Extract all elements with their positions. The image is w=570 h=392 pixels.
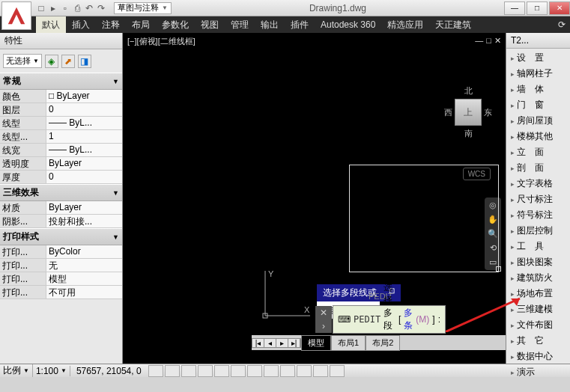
tangent-item[interactable]: 数据中心 bbox=[506, 349, 570, 364]
tangent-item[interactable]: 设 置 bbox=[506, 50, 570, 66]
status-btn[interactable] bbox=[330, 365, 345, 377]
ribbon-tab-manage[interactable]: 管理 bbox=[225, 16, 255, 34]
save-icon[interactable]: ▫ bbox=[60, 3, 70, 13]
prop-row[interactable]: 厚度0 bbox=[0, 171, 122, 184]
status-btn[interactable] bbox=[280, 365, 295, 377]
selection-grip[interactable] bbox=[496, 266, 501, 272]
tangent-item[interactable]: 墙 体 bbox=[506, 82, 570, 97]
viewcube-top[interactable]: 上 bbox=[455, 99, 482, 126]
ribbon-tab-tangent[interactable]: 天正建筑 bbox=[429, 16, 477, 34]
status-btn[interactable] bbox=[148, 365, 163, 377]
maximize-button[interactable]: □ bbox=[527, 1, 548, 15]
ribbon-tab-view[interactable]: 视图 bbox=[195, 16, 225, 34]
layout-tab-model[interactable]: 模型 bbox=[301, 335, 331, 351]
select-objects-icon[interactable]: ◨ bbox=[78, 55, 91, 68]
layout-tab-1[interactable]: 布局1 bbox=[331, 335, 366, 351]
tangent-item[interactable]: 尺寸标注 bbox=[506, 192, 570, 207]
prop-row[interactable]: 打印...不可用 bbox=[0, 286, 122, 299]
layout-nav[interactable]: |◂◂▸▸| bbox=[252, 338, 301, 348]
selection-combo[interactable]: 无选择 bbox=[3, 54, 42, 68]
prop-section[interactable]: 常规 bbox=[0, 73, 122, 90]
pickadd-icon[interactable]: ⬈ bbox=[61, 55, 75, 68]
prop-row[interactable]: 材质ByLayer bbox=[0, 201, 122, 215]
status-btn[interactable] bbox=[198, 365, 213, 377]
ribbon-tab-featured[interactable]: 精选应用 bbox=[381, 16, 429, 34]
minimize-button[interactable]: — bbox=[504, 1, 525, 15]
tangent-item[interactable]: 门 窗 bbox=[506, 97, 570, 113]
view-cube[interactable]: 北 西 上 东 南 bbox=[444, 85, 492, 139]
tangent-item[interactable]: 建筑防火 bbox=[506, 270, 570, 286]
ribbon-tab-parametric[interactable]: 参数化 bbox=[156, 16, 195, 34]
tangent-item[interactable]: 立 面 bbox=[506, 144, 570, 160]
ribbon-tab-plugins[interactable]: 插件 bbox=[285, 16, 315, 34]
ucs-icon[interactable]: X Y bbox=[258, 263, 318, 323]
open-icon[interactable]: ▸ bbox=[48, 3, 58, 13]
prop-row[interactable]: 打印...无 bbox=[0, 259, 122, 272]
prop-section[interactable]: 三维效果 bbox=[0, 184, 122, 201]
status-btn[interactable] bbox=[214, 365, 229, 377]
close-button[interactable]: ✕ bbox=[549, 1, 570, 15]
prop-value[interactable]: ByLayer bbox=[46, 157, 122, 170]
cmdline-close-icon[interactable]: ✕ bbox=[315, 306, 332, 319]
drawing-rectangle[interactable] bbox=[349, 165, 499, 272]
viewport-close-icon[interactable]: ✕ bbox=[494, 36, 501, 46]
prop-value[interactable]: 1 bbox=[46, 130, 122, 143]
prop-value[interactable]: —— ByL... bbox=[46, 144, 122, 156]
cmdline-option[interactable]: 多条 bbox=[404, 307, 413, 332]
prop-section[interactable]: 打印样式 bbox=[0, 228, 122, 245]
tangent-item[interactable]: 图层控制 bbox=[506, 223, 570, 239]
undo-icon[interactable]: ↶ bbox=[84, 3, 94, 13]
app-logo[interactable] bbox=[1, 1, 31, 30]
tangent-item[interactable]: 房间屋顶 bbox=[506, 113, 570, 129]
tangent-item[interactable]: 其 它 bbox=[506, 333, 570, 349]
prop-row[interactable]: 线型—— ByL... bbox=[0, 117, 122, 130]
workspace-combo[interactable]: 草图与注释 bbox=[114, 2, 172, 14]
viewcube-west[interactable]: 西 bbox=[444, 107, 452, 118]
prop-value[interactable]: 模型 bbox=[46, 272, 122, 285]
prop-row[interactable]: 阴影...投射和接... bbox=[0, 215, 122, 228]
status-btn[interactable] bbox=[181, 365, 196, 377]
tangent-item[interactable]: 工 具 bbox=[506, 239, 570, 254]
viewcube-east[interactable]: 东 bbox=[484, 107, 492, 118]
prop-row[interactable]: 图层0 bbox=[0, 103, 122, 117]
status-btn[interactable] bbox=[313, 365, 328, 377]
prop-row[interactable]: 打印...ByColor bbox=[0, 245, 122, 259]
viewport-label[interactable]: [−][俯视][二维线框] bbox=[127, 36, 195, 47]
tangent-item[interactable]: 楼梯其他 bbox=[506, 129, 570, 144]
prop-value[interactable]: 不可用 bbox=[46, 286, 122, 298]
prop-row[interactable]: 打印...模型 bbox=[0, 272, 122, 286]
ribbon-tab-a360[interactable]: Autodesk 360 bbox=[315, 17, 381, 32]
prop-value[interactable]: 无 bbox=[46, 259, 122, 272]
ribbon-tab-insert[interactable]: 插入 bbox=[66, 16, 96, 34]
prop-value[interactable]: ByColor bbox=[46, 245, 122, 258]
prop-row[interactable]: 线型...1 bbox=[0, 130, 122, 144]
viewcube-north[interactable]: 北 bbox=[444, 85, 492, 97]
viewport-minimize-icon[interactable]: — bbox=[475, 36, 483, 46]
status-btn[interactable] bbox=[264, 365, 279, 377]
prop-value[interactable]: 0 bbox=[46, 103, 122, 116]
viewport-restore-icon[interactable]: □ bbox=[486, 36, 491, 46]
ribbon-tab-output[interactable]: 输出 bbox=[255, 16, 285, 34]
prop-row[interactable]: 线宽—— ByL... bbox=[0, 144, 122, 157]
drawing-canvas[interactable]: [−][俯视][二维线框] — □ ✕ 北 西 上 东 南 WCS ◎ ✋ 🔍 … bbox=[123, 33, 506, 364]
ribbon-tab-default[interactable]: 默认 bbox=[36, 16, 66, 34]
layout-tab-2[interactable]: 布局2 bbox=[366, 335, 400, 351]
tangent-item[interactable]: 文字表格 bbox=[506, 176, 570, 192]
redo-icon[interactable]: ↷ bbox=[96, 3, 106, 13]
cmdline-expand-icon[interactable]: › bbox=[315, 319, 332, 333]
prop-row[interactable]: 透明度ByLayer bbox=[0, 157, 122, 171]
prop-value[interactable]: 投射和接... bbox=[46, 215, 122, 227]
viewcube-south[interactable]: 南 bbox=[444, 128, 492, 139]
new-icon[interactable]: □ bbox=[36, 3, 46, 13]
ribbon-expand-icon[interactable]: ⟳ bbox=[554, 19, 570, 30]
print-icon[interactable]: ⎙ bbox=[72, 3, 82, 13]
prop-value[interactable]: ByLayer bbox=[46, 90, 122, 102]
tangent-item[interactable]: 符号标注 bbox=[506, 207, 570, 223]
status-btn[interactable] bbox=[297, 365, 312, 377]
tangent-item[interactable]: 剖 面 bbox=[506, 160, 570, 176]
status-btn[interactable] bbox=[247, 365, 262, 377]
tangent-item[interactable]: 图块图案 bbox=[506, 254, 570, 270]
quick-select-icon[interactable]: ◈ bbox=[45, 55, 58, 68]
ribbon-tab-layout[interactable]: 布局 bbox=[126, 16, 156, 34]
prop-row[interactable]: 颜色ByLayer bbox=[0, 90, 122, 103]
